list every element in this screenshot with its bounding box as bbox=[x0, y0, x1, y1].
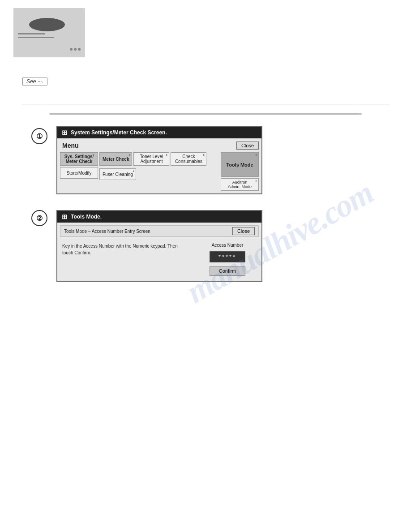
step-1-section: ① ⊞ System Settings/Meter Check Screen. … bbox=[22, 126, 389, 194]
access-number-label: Access Number bbox=[212, 243, 244, 248]
screen-1-top-row: Menu Close bbox=[60, 141, 259, 150]
screen-1-grid: Sys. Settings/Meter Check Store/Modify M… bbox=[60, 152, 259, 191]
tools-body: Tools Mode – Access Number Entry Screen … bbox=[57, 223, 261, 281]
right-col: Tools Mode ▸ AuditronAdmin. Mode ▸ bbox=[221, 152, 259, 191]
screen-2-titlebar: ⊞ Tools Mode. bbox=[57, 211, 261, 223]
step-2-section: ② ⊞ Tools Mode. Tools Mode – Access Numb… bbox=[22, 208, 389, 282]
screen-1-title: System Settings/Meter Check Screen. bbox=[71, 129, 167, 136]
tools-instruction: Key in the Access Number with the Numeri… bbox=[62, 243, 189, 276]
store-modify-tab[interactable]: Store/Modify bbox=[60, 167, 98, 179]
see-reference: See ···. bbox=[22, 77, 47, 86]
system-settings-screen: ⊞ System Settings/Meter Check Screen. Me… bbox=[56, 126, 262, 194]
header bbox=[0, 0, 411, 62]
screen-1-body: Menu Close Sys. Settings/Meter Check Sto… bbox=[57, 138, 261, 193]
logo bbox=[13, 8, 85, 57]
middle-area: Meter Check ▸ Toner LevelAdjustment ▸ Ch… bbox=[99, 152, 219, 191]
main-content: See ···. ① ⊞ System Settings/Meter Check… bbox=[0, 70, 411, 282]
check-consumables-tab[interactable]: CheckConsumables ▸ bbox=[171, 152, 206, 166]
tab-row-2: Fuser Cleaning ▸ bbox=[99, 168, 219, 180]
toner-level-tab[interactable]: Toner LevelAdjustment ▸ bbox=[133, 152, 169, 166]
tools-content: Key in the Access Number with the Numeri… bbox=[60, 240, 259, 278]
tools-mode-screen: ⊞ Tools Mode. Tools Mode – Access Number… bbox=[56, 210, 262, 282]
logo-lines bbox=[18, 30, 63, 47]
fuser-cleaning-tab[interactable]: Fuser Cleaning ▸ bbox=[99, 168, 136, 180]
tools-sub-bar: Tools Mode – Access Number Entry Screen … bbox=[60, 225, 259, 237]
logo-dots bbox=[70, 48, 81, 51]
step-1-content: ⊞ System Settings/Meter Check Screen. Me… bbox=[56, 126, 389, 194]
screen-1-close-btn[interactable]: Close bbox=[236, 142, 259, 150]
step-2-content: ⊞ Tools Mode. Tools Mode – Access Number… bbox=[56, 208, 389, 282]
auditron-tab[interactable]: AuditronAdmin. Mode ▸ bbox=[221, 178, 259, 191]
step-1-number: ① bbox=[31, 128, 47, 144]
left-col: Sys. Settings/Meter Check Store/Modify bbox=[60, 152, 98, 191]
step-2-number: ② bbox=[31, 210, 47, 226]
tools-right-panel: Access Number ***** Confirm bbox=[198, 243, 257, 276]
confirm-button[interactable]: Confirm bbox=[210, 266, 246, 276]
sub-divider bbox=[49, 113, 362, 115]
tab-row-1: Meter Check ▸ Toner LevelAdjustment ▸ Ch… bbox=[99, 152, 219, 166]
access-number-input[interactable]: ***** bbox=[210, 251, 245, 262]
menu-label: Menu bbox=[60, 141, 81, 150]
sys-settings-tab[interactable]: Sys. Settings/Meter Check bbox=[60, 152, 98, 166]
screen-1-icon: ⊞ bbox=[62, 129, 67, 136]
screen-2-icon: ⊞ bbox=[62, 213, 67, 220]
screen-2-close-btn[interactable]: Close bbox=[232, 227, 255, 235]
tools-mode-tab[interactable]: Tools Mode ▸ bbox=[221, 152, 259, 177]
tools-sub-label: Tools Mode – Access Number Entry Screen bbox=[64, 229, 150, 234]
screen-1-titlebar: ⊞ System Settings/Meter Check Screen. bbox=[57, 127, 261, 138]
meter-check-tab[interactable]: Meter Check ▸ bbox=[99, 152, 132, 166]
screen-2-title: Tools Mode. bbox=[71, 214, 102, 220]
section-divider-1 bbox=[22, 104, 389, 104]
see-label: See ···. bbox=[26, 78, 43, 85]
